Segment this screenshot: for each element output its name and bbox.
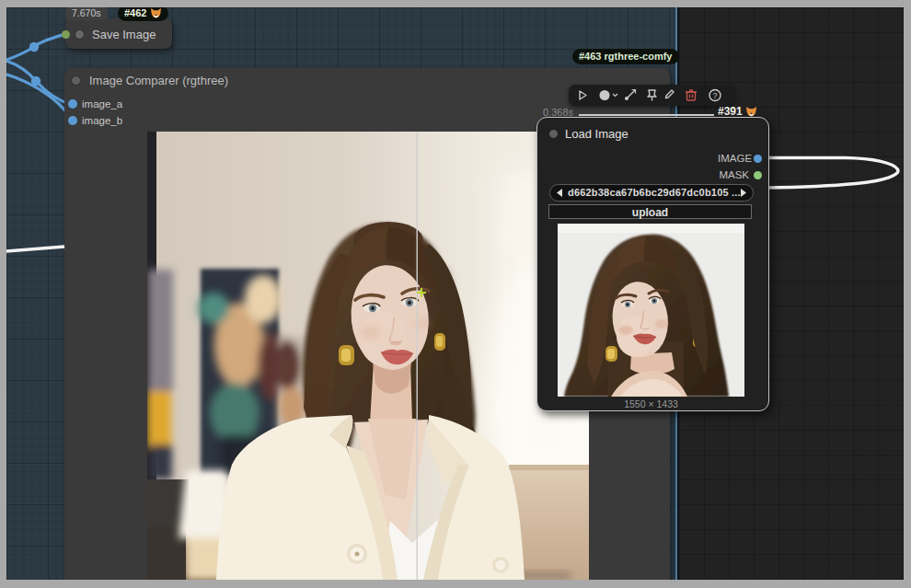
svg-text:?: ? xyxy=(712,91,717,100)
